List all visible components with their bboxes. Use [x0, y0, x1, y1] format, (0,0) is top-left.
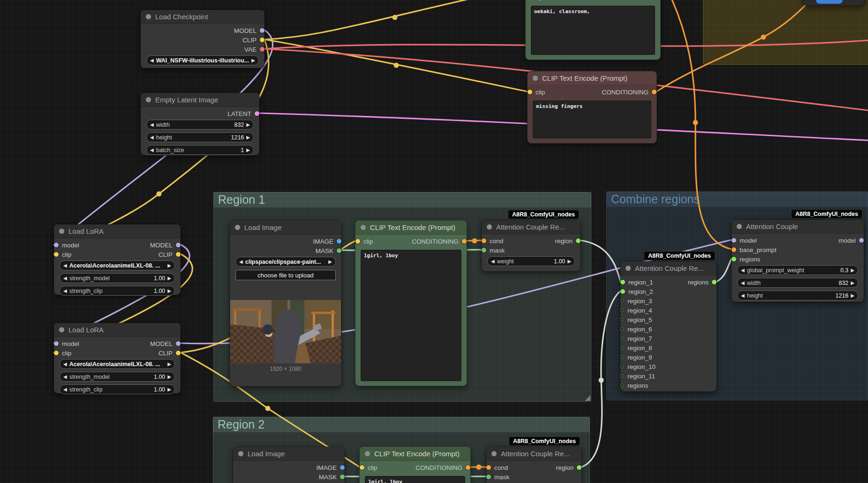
node-header[interactable]: Load Image — [230, 221, 341, 235]
combo-prev-icon[interactable]: ◀ — [63, 263, 67, 268]
input-slot-clip[interactable] — [528, 90, 532, 94]
input-slot-region_7[interactable] — [620, 337, 624, 340]
combo-next-icon[interactable]: ▶ — [251, 58, 255, 63]
reroute-dot[interactable] — [693, 120, 698, 125]
stepper-increment-icon[interactable]: ▶ — [246, 148, 250, 153]
output-slot-regions[interactable] — [712, 280, 717, 284]
widget-weight[interactable]: ◀weight1.00▶ — [487, 256, 575, 266]
input-slot-region_8[interactable] — [620, 346, 624, 350]
combo-next-icon[interactable]: ▶ — [328, 260, 332, 264]
output-slot-MASK[interactable] — [340, 475, 345, 479]
node-clipped-node-fragment[interactable] — [803, 0, 865, 6]
input-slot-model[interactable] — [54, 243, 59, 247]
input-slot-region_3[interactable] — [620, 299, 624, 303]
output-slot-IMAGE[interactable] — [340, 465, 345, 470]
stepper-decrement-icon[interactable]: ◀ — [150, 135, 154, 140]
output-slot-VAE[interactable] — [260, 47, 264, 52]
input-slot-region_11[interactable] — [620, 374, 624, 378]
stepper-increment-icon[interactable]: ▶ — [167, 387, 171, 392]
input-slot-clip[interactable] — [355, 239, 360, 244]
output-slot-CONDITIONING[interactable] — [466, 465, 470, 470]
node-header[interactable]: Attention Couple Re... — [486, 447, 581, 461]
input-slot-region_1[interactable] — [620, 280, 625, 284]
input-slot-region_2[interactable] — [620, 289, 625, 294]
widget-height[interactable]: ◀height1216▶ — [146, 132, 254, 142]
node-attention-couple-regions[interactable]: A8R8_ComfyUI_nodesAttention Couple Re...… — [620, 261, 717, 391]
node-clip-text-encode-negative[interactable]: CLIP Text Encode (Prompt)clipCONDITIONIN… — [528, 71, 657, 143]
reroute-dot[interactable] — [394, 63, 399, 68]
widget-global_prompt_weight[interactable]: ◀global_prompt_weight0.3▶ — [737, 265, 858, 275]
combo-prev-icon[interactable]: ◀ — [63, 362, 67, 367]
widget-strength_model[interactable]: ◀strength_model1.00▶ — [60, 273, 175, 283]
reroute-dot[interactable] — [157, 192, 162, 197]
output-slot-MODEL[interactable] — [176, 341, 181, 346]
widget-combo[interactable]: ◀WAI_NSFW-illustrious-illustriou...▶ — [146, 55, 259, 65]
widget-strength_clip[interactable]: ◀strength_clip1.00▶ — [60, 286, 175, 296]
widget-combo[interactable]: ◀Acerola\AcerolaanimeILXL-08. ...▶ — [60, 359, 175, 369]
stepper-decrement-icon[interactable]: ◀ — [491, 259, 495, 264]
input-slot-model[interactable] — [54, 341, 59, 346]
stepper-increment-icon[interactable]: ▶ — [851, 268, 854, 273]
input-slot-regions[interactable] — [732, 257, 736, 261]
widget-batch_size[interactable]: ◀batch_size1▶ — [146, 145, 254, 155]
combo-next-icon[interactable]: ▶ — [167, 362, 171, 367]
node-attention-couple-region-2[interactable]: A8R8_ComfyUI_nodesAttention Couple Re...… — [486, 447, 581, 483]
reroute-dot[interactable] — [761, 35, 766, 40]
stepper-increment-icon[interactable]: ▶ — [246, 135, 250, 140]
output-slot-CONDITIONING[interactable] — [652, 90, 657, 94]
output-slot-MASK[interactable] — [337, 248, 341, 253]
stepper-decrement-icon[interactable]: ◀ — [63, 289, 67, 293]
stepper-increment-icon[interactable]: ▶ — [851, 281, 854, 285]
input-slot-mask[interactable] — [482, 248, 486, 253]
prompt-textarea[interactable]: missing fingers — [533, 100, 651, 138]
input-slot-region_4[interactable] — [620, 308, 624, 312]
node-load-lora-2[interactable]: Load LoRAmodelMODELclipCLIP◀Acerola\Acer… — [54, 323, 181, 393]
input-slot-model[interactable] — [732, 238, 736, 243]
node-header[interactable]: Attention Couple — [732, 220, 864, 234]
stepper-decrement-icon[interactable]: ◀ — [63, 276, 67, 281]
output-slot-model[interactable] — [859, 238, 864, 243]
input-slot-cond[interactable] — [482, 238, 486, 243]
node-header[interactable]: Empty Latent Image — [141, 93, 259, 107]
output-slot-MODEL[interactable] — [260, 28, 264, 33]
stepper-decrement-icon[interactable]: ◀ — [741, 281, 745, 285]
stepper-increment-icon[interactable]: ▶ — [167, 289, 171, 293]
output-slot-CLIP[interactable] — [260, 38, 264, 42]
stepper-decrement-icon[interactable]: ◀ — [63, 375, 67, 379]
node-empty-latent-image[interactable]: Empty Latent ImageLATENT◀width832▶◀heigh… — [141, 93, 259, 155]
widget-height[interactable]: ◀height1216▶ — [737, 291, 858, 300]
widget-strength_model[interactable]: ◀strength_model1.00▶ — [60, 372, 175, 382]
stepper-decrement-icon[interactable]: ◀ — [150, 123, 154, 127]
node-attention-couple[interactable]: A8R8_ComfyUI_nodesAttention Couplemodelm… — [732, 220, 864, 302]
node-header[interactable]: Attention Couple Re... — [620, 261, 717, 276]
reroute-dot[interactable] — [392, 15, 398, 20]
input-slot-region_6[interactable] — [620, 327, 624, 331]
input-slot-clip[interactable] — [54, 351, 59, 355]
node-header[interactable]: Load LoRA — [54, 224, 181, 238]
input-slot-region_9[interactable] — [620, 355, 624, 359]
output-slot-LATENT[interactable] — [255, 111, 259, 116]
input-slot-regions[interactable] — [620, 383, 624, 387]
node-clip-text-encode-base[interactable]: CLIP Text Encode (Prompt)clipCONDITIONIN… — [526, 0, 660, 60]
stepper-decrement-icon[interactable]: ◀ — [63, 387, 67, 392]
node-load-lora-1[interactable]: Load LoRAmodelMODELclipCLIP◀Acerola\Acer… — [54, 224, 181, 295]
node-header[interactable]: CLIP Text Encode (Prompt) — [360, 447, 470, 461]
node-header[interactable]: CLIP Text Encode (Prompt) — [355, 221, 467, 235]
node-header[interactable]: CLIP Text Encode (Prompt) — [528, 71, 657, 85]
input-slot-region_10[interactable] — [620, 365, 624, 368]
reroute-dot[interactable] — [599, 378, 604, 383]
stepper-decrement-icon[interactable]: ◀ — [150, 148, 154, 153]
reroute-dot[interactable] — [265, 406, 271, 411]
stepper-increment-icon[interactable]: ▶ — [246, 123, 250, 127]
node-attention-couple-region-1[interactable]: A8R8_ComfyUI_nodesAttention Couple Re...… — [482, 220, 581, 271]
input-slot-clip[interactable] — [54, 252, 59, 257]
output-slot-IMAGE[interactable] — [337, 239, 341, 244]
node-header[interactable]: Load Checkpoint — [141, 10, 264, 24]
stepper-increment-icon[interactable]: ▶ — [567, 259, 571, 264]
output-slot-region[interactable] — [577, 465, 581, 470]
combo-prev-icon[interactable]: ◀ — [239, 260, 243, 264]
stepper-increment-icon[interactable]: ▶ — [167, 375, 171, 379]
node-load-checkpoint[interactable]: Load CheckpointMODELCLIPVAE◀WAI_NSFW-ill… — [141, 10, 264, 68]
input-slot-base_prompt[interactable] — [732, 247, 736, 252]
prompt-textarea[interactable]: 1girl, 1boy — [365, 476, 465, 483]
